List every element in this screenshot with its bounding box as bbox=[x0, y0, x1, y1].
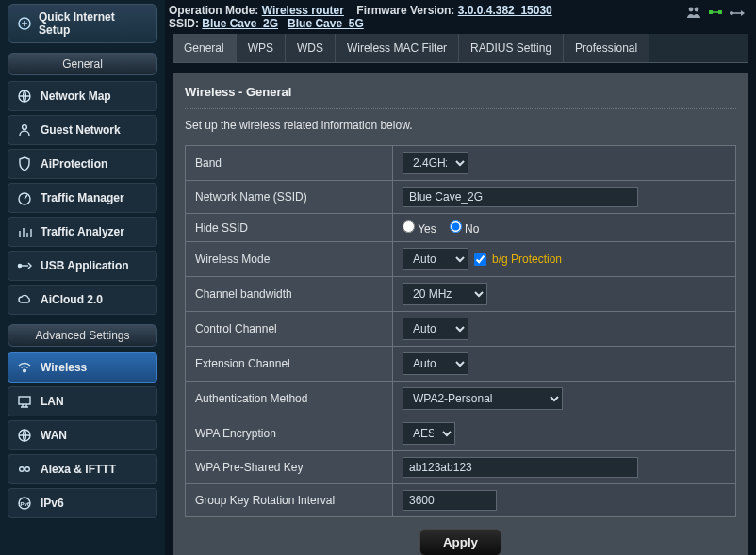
hide-ssid-no-radio[interactable]: No bbox=[450, 220, 480, 236]
wpa-encryption-select[interactable]: AES bbox=[403, 422, 455, 445]
bg-protection-checkbox[interactable] bbox=[474, 253, 486, 266]
panel-desc: Set up the wireless related information … bbox=[185, 119, 736, 132]
wireless-mode-label: Wireless Mode bbox=[186, 242, 393, 277]
panel-title: Wireless - General bbox=[185, 85, 736, 109]
band-label: Band bbox=[186, 146, 393, 181]
extension-channel-label: Extension Channel bbox=[186, 347, 393, 382]
sidebar-item-label: WAN bbox=[41, 429, 67, 442]
sidebar-item-traffic-analyzer[interactable]: Traffic Analyzer bbox=[8, 217, 157, 247]
tab-wds[interactable]: WDS bbox=[286, 34, 336, 62]
svg-text:IPv6: IPv6 bbox=[19, 501, 31, 507]
tab-wps[interactable]: WPS bbox=[237, 34, 286, 62]
tab-wireless-mac-filter[interactable]: Wireless MAC Filter bbox=[336, 34, 459, 62]
ipv6-icon: IPv6 bbox=[16, 495, 33, 512]
svg-point-2 bbox=[23, 125, 27, 130]
sidebar-item-alexa-ifttt[interactable]: Alexa & IFTTT bbox=[8, 454, 157, 484]
tab-radius-setting[interactable]: RADIUS Setting bbox=[459, 34, 564, 62]
hide-ssid-label: Hide SSID bbox=[186, 214, 393, 242]
wpa-psk-input[interactable] bbox=[403, 457, 638, 478]
hide-ssid-yes-radio[interactable]: Yes bbox=[403, 220, 436, 236]
tab-general[interactable]: General bbox=[173, 34, 237, 62]
sidebar-item-traffic-manager[interactable]: Traffic Manager bbox=[8, 183, 157, 213]
wireless-mode-select[interactable]: Auto bbox=[403, 248, 468, 270]
auth-method-select[interactable]: WPA2-Personal bbox=[403, 387, 563, 410]
sidebar-item-label: Traffic Manager bbox=[41, 191, 124, 204]
sidebar-item-label: USB Application bbox=[41, 259, 129, 272]
sidebar-item-label: IPv6 bbox=[41, 497, 64, 510]
svg-rect-18 bbox=[732, 12, 741, 14]
sidebar-item-aiprotection[interactable]: AiProtection bbox=[8, 149, 157, 179]
sidebar-item-label: Traffic Analyzer bbox=[41, 225, 124, 238]
users-icon[interactable] bbox=[686, 6, 701, 22]
group-key-interval-input[interactable] bbox=[403, 490, 497, 511]
sidebar-item-wan[interactable]: WAN bbox=[8, 420, 157, 450]
sidebar-item-label: Network Map bbox=[41, 90, 111, 103]
settings-table: Band 2.4GHz Network Name (SSID) Hide SSI… bbox=[185, 145, 736, 517]
advanced-section-header: Advanced Settings bbox=[8, 324, 157, 347]
fw-link[interactable]: 3.0.0.4.382_15030 bbox=[458, 4, 552, 17]
auth-method-label: Authentication Method bbox=[186, 382, 393, 416]
sidebar-item-label: AiProtection bbox=[41, 157, 107, 171]
sidebar-item-label: Guest Network bbox=[41, 123, 121, 137]
ssid-label: SSID: bbox=[169, 17, 199, 30]
quick-internet-setup-button[interactable]: Quick Internet Setup bbox=[8, 4, 157, 43]
ssid1-link[interactable]: Blue Cave_2G bbox=[202, 17, 278, 30]
bg-protection-label: b/g Protection bbox=[492, 253, 562, 266]
ssid-field-label: Network Name (SSID) bbox=[186, 181, 393, 214]
ssid-input[interactable] bbox=[403, 187, 638, 207]
aicloud-icon bbox=[16, 291, 33, 308]
channel-bandwidth-label: Channel bandwidth bbox=[186, 277, 393, 312]
traffic-analyzer-icon bbox=[16, 223, 33, 240]
ssid2-link[interactable]: Blue Cave_5G bbox=[288, 17, 364, 30]
svg-point-8 bbox=[20, 467, 25, 472]
svg-point-3 bbox=[19, 193, 30, 204]
sidebar-item-label: Alexa & IFTTT bbox=[41, 463, 116, 476]
sidebar-item-network-map[interactable]: Network Map bbox=[8, 81, 157, 111]
usb-icon[interactable] bbox=[730, 8, 745, 21]
traffic-manager-icon bbox=[16, 189, 33, 206]
fw-label: Firmware Version: bbox=[356, 4, 454, 17]
sidebar-item-guest-network[interactable]: Guest Network bbox=[8, 115, 157, 145]
aiprotection-icon bbox=[16, 155, 33, 172]
wireless-icon bbox=[16, 359, 33, 376]
svg-rect-16 bbox=[713, 11, 718, 13]
wireless-general-panel: Wireless - General Set up the wireless r… bbox=[173, 73, 748, 555]
top-info-bar: Operation Mode: Wireless router Firmware… bbox=[165, 0, 756, 34]
sidebar-item-wireless[interactable]: Wireless bbox=[8, 352, 157, 383]
sidebar-item-ipv6[interactable]: IPv6IPv6 bbox=[8, 488, 157, 518]
svg-rect-14 bbox=[709, 10, 713, 14]
sidebar-item-lan[interactable]: LAN bbox=[8, 386, 157, 416]
sidebar: Quick Internet Setup General Network Map… bbox=[0, 0, 165, 555]
group-key-interval-label: Group Key Rotation Interval bbox=[186, 484, 393, 517]
op-mode-link[interactable]: Wireless router bbox=[262, 4, 344, 17]
sidebar-item-label: AiCloud 2.0 bbox=[41, 293, 103, 306]
op-mode-label: Operation Mode: bbox=[169, 4, 258, 17]
internet-status-icon[interactable] bbox=[709, 6, 722, 22]
wpa-encryption-label: WPA Encryption bbox=[186, 416, 393, 451]
status-icon-bar bbox=[686, 6, 745, 22]
wpa-psk-label: WPA Pre-Shared Key bbox=[186, 451, 393, 484]
lan-icon bbox=[16, 393, 33, 410]
sidebar-item-label: Wireless bbox=[41, 361, 87, 374]
general-section-header: General bbox=[8, 53, 157, 75]
apply-button[interactable]: Apply bbox=[419, 529, 501, 555]
channel-bandwidth-select[interactable]: 20 MHz bbox=[403, 283, 487, 305]
extension-channel-select[interactable]: Auto bbox=[403, 352, 468, 375]
tab-professional[interactable]: Professional bbox=[564, 34, 649, 62]
alexa-ifttt-icon bbox=[16, 461, 33, 478]
sidebar-item-label: LAN bbox=[41, 395, 64, 408]
svg-point-9 bbox=[25, 467, 30, 472]
tab-bar: GeneralWPSWDSWireless MAC FilterRADIUS S… bbox=[173, 34, 748, 63]
sidebar-item-usb-application[interactable]: USB Application bbox=[8, 251, 157, 281]
qis-line1: Quick Internet bbox=[39, 10, 115, 24]
guest-network-icon bbox=[16, 122, 33, 139]
control-channel-select[interactable]: Auto bbox=[403, 318, 468, 340]
setup-wizard-icon bbox=[16, 15, 33, 32]
band-select[interactable]: 2.4GHz bbox=[403, 152, 468, 174]
main-content: Operation Mode: Wireless router Firmware… bbox=[165, 0, 756, 555]
sidebar-item-aicloud[interactable]: AiCloud 2.0 bbox=[8, 285, 157, 315]
svg-point-12 bbox=[689, 8, 694, 12]
svg-point-13 bbox=[695, 8, 699, 12]
wan-icon bbox=[16, 427, 33, 444]
qis-line2: Setup bbox=[39, 24, 70, 37]
